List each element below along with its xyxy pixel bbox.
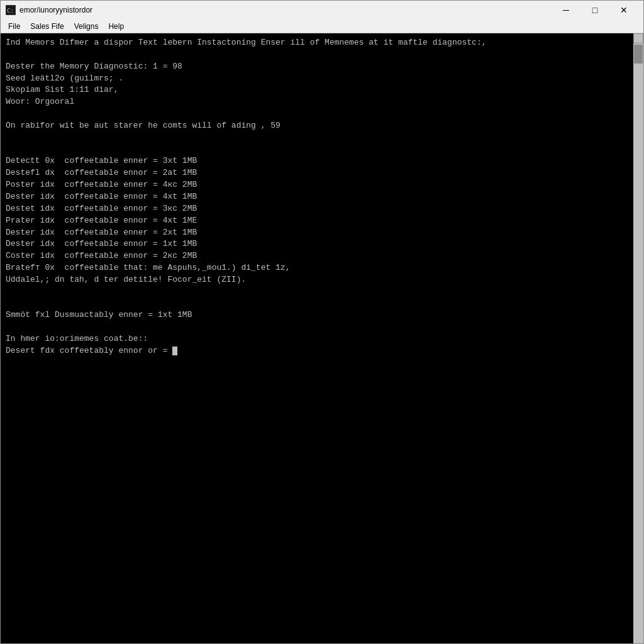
- terminal-wrapper: Ind Memors Difmer a dispor Text lebern I…: [1, 33, 643, 643]
- title-bar: C: emor/iunoryynistordor ─ □ ✕: [1, 1, 643, 19]
- terminal-line: Coster idx coffeetable ennor = 2кс 2MB: [6, 250, 628, 262]
- terminal-line: Detectt 0x coffeetable enner = 3xt 1MB: [6, 155, 628, 167]
- scroll-thumb[interactable]: [634, 45, 643, 64]
- terminal-line: Poster idx coffeetable enner = 4кс 2MB: [6, 179, 628, 191]
- terminal-output[interactable]: Ind Memors Difmer a dispor Text lebern I…: [1, 33, 633, 643]
- svg-text:C:: C:: [7, 8, 14, 14]
- terminal-line: [6, 298, 628, 310]
- terminal-line: Dester idx coffeetable ennor = 1xt 1MB: [6, 238, 628, 250]
- terminal-line: [6, 49, 628, 61]
- terminal-line: Dester idx coffeetable ennor = 4xt 1MB: [6, 191, 628, 203]
- terminal-line: [6, 321, 628, 333]
- terminal-line: Dester idx coffeetable enner = 2xt 1MB: [6, 227, 628, 239]
- terminal-line: Destefl dx coffeetable ennor = 2at 1MB: [6, 167, 628, 179]
- menu-bar: File Sales Fife Veligns Help: [1, 19, 643, 33]
- terminal-line: [6, 286, 628, 298]
- scroll-up-button[interactable]: ▲: [633, 33, 643, 43]
- terminal-line: Desert fdx coffeetably ennor or =: [6, 345, 628, 357]
- menu-veligns[interactable]: Veligns: [69, 21, 104, 32]
- terminal-line: In hmer io:orimemes coat.be::: [6, 333, 628, 345]
- terminal-line: Destet idx coffeetable ennor = 3кс 2MB: [6, 203, 628, 215]
- menu-help[interactable]: Help: [103, 21, 129, 32]
- close-button[interactable]: ✕: [609, 1, 638, 19]
- terminal-line: [6, 132, 628, 144]
- terminal-line: Woor: Orgooral: [6, 96, 628, 108]
- terminal-line: Prater idx coffeetable ennor = 4xt 1ME: [6, 215, 628, 227]
- main-window: C: emor/iunoryynistordor ─ □ ✕ File Sale…: [0, 0, 644, 644]
- terminal-line: [6, 144, 628, 156]
- maximize-button[interactable]: □: [580, 1, 609, 19]
- terminal-line: Smmöt fxl Dusmuactably enner = 1xt 1MB: [6, 309, 628, 321]
- terminal-cursor: [172, 347, 177, 355]
- terminal-line: Dester the Memory Diagnostic: 1 = 98: [6, 61, 628, 73]
- app-icon: C:: [6, 5, 16, 15]
- terminal-line: Ind Memors Difmer a dispor Text lebern I…: [6, 37, 628, 49]
- scrollbar[interactable]: ▲: [633, 33, 643, 643]
- window-title: emor/iunoryynistordor: [19, 6, 552, 14]
- terminal-line: Bratefт 0x coffeetable that: me Aspuhs,_…: [6, 262, 628, 274]
- terminal-line: On rabifor wit be aut starer he comts wi…: [6, 120, 628, 132]
- terminal-line: Skopiam Sist 1:11 diar,: [6, 84, 628, 96]
- menu-file[interactable]: File: [3, 21, 25, 32]
- window-controls: ─ □ ✕: [552, 1, 638, 19]
- terminal-line: Uddalel,; dn tah, d ter detitle! Focor_e…: [6, 274, 628, 286]
- terminal-line: Seed leätl2o (guilmrs; .: [6, 73, 628, 85]
- menu-sales-fife[interactable]: Sales Fife: [25, 21, 69, 32]
- minimize-button[interactable]: ─: [552, 1, 580, 19]
- terminal-line: [6, 108, 628, 120]
